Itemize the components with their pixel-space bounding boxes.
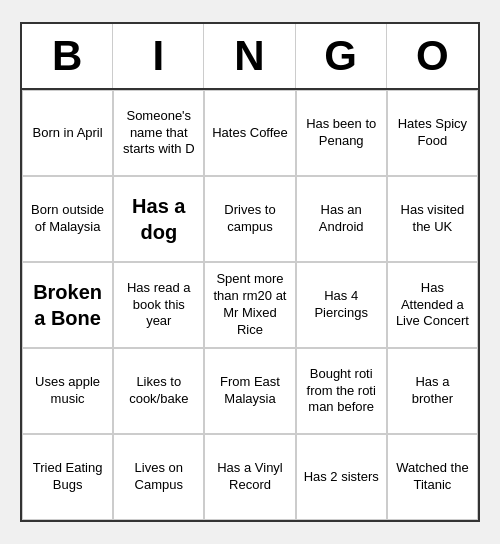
bingo-cell-18[interactable]: Bought roti from the roti man before <box>296 348 387 434</box>
bingo-cell-10[interactable]: Broken a Bone <box>22 262 113 348</box>
bingo-cell-20[interactable]: Tried Eating Bugs <box>22 434 113 520</box>
bingo-cell-23[interactable]: Has 2 sisters <box>296 434 387 520</box>
bingo-cell-13[interactable]: Has 4 Piercings <box>296 262 387 348</box>
bingo-cell-8[interactable]: Has an Android <box>296 176 387 262</box>
bingo-cell-5[interactable]: Born outside of Malaysia <box>22 176 113 262</box>
bingo-cell-19[interactable]: Has a brother <box>387 348 478 434</box>
bingo-cell-0[interactable]: Born in April <box>22 90 113 176</box>
bingo-letter-i: I <box>113 24 204 88</box>
bingo-letter-g: G <box>296 24 387 88</box>
bingo-letter-b: B <box>22 24 113 88</box>
bingo-cell-6[interactable]: Has a dog <box>113 176 204 262</box>
bingo-cell-11[interactable]: Has read a book this year <box>113 262 204 348</box>
bingo-cell-1[interactable]: Someone's name that starts with D <box>113 90 204 176</box>
bingo-cell-12[interactable]: Spent more than rm20 at Mr Mixed Rice <box>204 262 295 348</box>
bingo-cell-22[interactable]: Has a Vinyl Record <box>204 434 295 520</box>
bingo-cell-24[interactable]: Watched the Titanic <box>387 434 478 520</box>
bingo-header: BINGO <box>22 24 478 90</box>
bingo-cell-21[interactable]: Lives on Campus <box>113 434 204 520</box>
bingo-cell-15[interactable]: Uses apple music <box>22 348 113 434</box>
bingo-card: BINGO Born in AprilSomeone's name that s… <box>20 22 480 522</box>
bingo-cell-17[interactable]: From East Malaysia <box>204 348 295 434</box>
bingo-grid: Born in AprilSomeone's name that starts … <box>22 90 478 520</box>
bingo-cell-16[interactable]: Likes to cook/bake <box>113 348 204 434</box>
bingo-letter-o: O <box>387 24 478 88</box>
bingo-cell-3[interactable]: Has been to Penang <box>296 90 387 176</box>
bingo-cell-7[interactable]: Drives to campus <box>204 176 295 262</box>
bingo-cell-9[interactable]: Has visited the UK <box>387 176 478 262</box>
bingo-letter-n: N <box>204 24 295 88</box>
bingo-cell-14[interactable]: Has Attended a Live Concert <box>387 262 478 348</box>
bingo-cell-4[interactable]: Hates Spicy Food <box>387 90 478 176</box>
bingo-cell-2[interactable]: Hates Coffee <box>204 90 295 176</box>
